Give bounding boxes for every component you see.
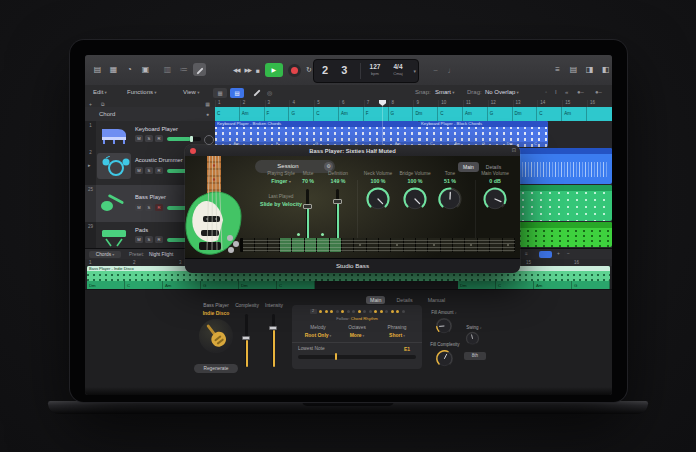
pattern-dot[interactable] [358, 310, 361, 313]
smart-controls-icon[interactable]: ▥ [161, 63, 174, 76]
chords-menu[interactable]: Chords [89, 251, 121, 258]
mute-button[interactable]: M [135, 236, 143, 243]
mixer-icon[interactable]: ≔ [177, 63, 190, 76]
solo-button[interactable]: S [145, 135, 153, 142]
marquee-tool-icon[interactable]: I [555, 89, 557, 95]
pattern-badge[interactable]: 2 [310, 309, 317, 314]
quick-help-icon[interactable]: ◔ [123, 63, 136, 76]
mute-thumb[interactable] [303, 204, 312, 209]
rate-button[interactable]: 8th [464, 352, 486, 360]
regenerate-button[interactable]: Regenerate [194, 364, 238, 373]
snap-value-dropdown[interactable]: Smart [435, 89, 455, 95]
chord-global-track[interactable]: Chord ● [85, 107, 215, 122]
chord-cell[interactable]: Am [240, 107, 265, 121]
solo-button[interactable]: S [145, 167, 153, 174]
chord-cell[interactable]: G [289, 107, 314, 121]
chord-cell[interactable]: G [572, 281, 610, 289]
chord-cell[interactable]: Am [463, 107, 488, 121]
main-volume-knob[interactable] [482, 186, 508, 212]
editor-chord-lane-right[interactable]: DmCAmG [458, 281, 610, 289]
crosshair-tool-icon[interactable]: ◎ [267, 89, 272, 96]
chord-track-lane[interactable]: CAmFGCAmFGDmCAmGDmCAm [215, 107, 612, 121]
record-enable-button[interactable]: R [155, 236, 163, 243]
drag-value-dropdown[interactable]: No Overlap [485, 89, 519, 95]
pattern-dot[interactable] [325, 310, 328, 313]
forward-button[interactable]: ▶▶ [244, 67, 250, 73]
chord-cell[interactable]: G [201, 281, 239, 289]
view-menu[interactable]: View [183, 89, 199, 95]
catch-playhead-icon[interactable]: ◦ [545, 89, 547, 95]
tone-knob[interactable] [437, 186, 463, 212]
lcd-display[interactable]: 2 3 127bpm 4/4Cmaj ▾ [313, 59, 419, 83]
melody-value[interactable]: Root Only [296, 332, 340, 338]
rewind-button[interactable]: ◀◀ [233, 67, 239, 73]
zoom-in-icon[interactable]: + [557, 251, 560, 256]
note-pads-icon[interactable]: ▤ [567, 63, 580, 76]
follow-row[interactable]: Follow: Chord Rhythm [292, 316, 422, 321]
stop-button[interactable]: ■ [256, 67, 260, 74]
library-icon[interactable]: ▤ [91, 63, 104, 76]
list-editors-icon[interactable]: ≡ [551, 63, 564, 76]
grid-view-button[interactable]: ▦ [213, 88, 227, 98]
chord-cell[interactable]: Dm [87, 281, 125, 289]
intensity-thumb[interactable] [269, 326, 277, 330]
preset-value[interactable]: Night Flight [149, 252, 173, 257]
solo-button[interactable]: S [145, 236, 153, 243]
chord-cell[interactable]: G [488, 107, 513, 121]
track-name[interactable]: Keyboard Player [135, 126, 178, 132]
toolbar-icon[interactable]: ▣ [139, 63, 152, 76]
functions-menu[interactable]: Functions [127, 89, 157, 95]
pattern-dot[interactable] [336, 310, 339, 313]
chord-cell[interactable]: C [496, 281, 534, 289]
definition-thumb[interactable] [333, 199, 342, 204]
chord-cell[interactable]: C [277, 281, 315, 289]
fill-amount-knob[interactable] [435, 317, 453, 335]
zoom-out-icon[interactable]: « [565, 89, 568, 95]
player-style[interactable]: Indie Disco [186, 310, 246, 316]
link-icon[interactable]: ⊡ [512, 147, 516, 153]
chord-cell[interactable]: C [125, 281, 163, 289]
studio-bass-plugin-window[interactable]: Bass Player: Sixties Half Muted ⊡ [185, 145, 520, 272]
pattern-dot[interactable] [347, 310, 350, 313]
track-name[interactable]: Bass Player [135, 194, 166, 200]
pattern-dot[interactable] [391, 310, 394, 313]
edit-menu[interactable]: Edit [93, 89, 107, 95]
pattern-dot[interactable] [385, 310, 388, 313]
region-keyboard-broken-chords[interactable]: Keyboard Player - Broken Chords AmFGCAm [215, 121, 419, 147]
lowest-note-value[interactable]: E1 [404, 346, 410, 352]
chord-cell[interactable]: F [265, 107, 290, 121]
track-name[interactable]: Pads [135, 227, 148, 233]
chord-cell[interactable]: Am [534, 281, 572, 289]
apple-loops-icon[interactable]: ◨ [583, 63, 596, 76]
bridge-volume-knob[interactable] [402, 186, 428, 212]
octaves-value[interactable]: More [335, 332, 379, 338]
phrasing-dropdown[interactable]: Phrasing Short [375, 325, 419, 338]
play-button[interactable]: ▶ [265, 63, 283, 77]
mute-button[interactable]: M [135, 204, 143, 211]
editor-tab[interactable]: Manual [424, 296, 449, 304]
chord-track-power-icon[interactable]: ● [206, 111, 209, 117]
editor-tab[interactable]: Details [392, 296, 416, 304]
mute-button[interactable]: M [135, 167, 143, 174]
pattern-dot[interactable] [319, 310, 322, 313]
v-zoom-slider[interactable]: ●– [595, 89, 602, 95]
pattern-dot[interactable] [330, 310, 333, 313]
pattern-dot[interactable] [352, 310, 355, 313]
pattern-dot[interactable] [374, 310, 377, 313]
pattern-dot[interactable] [396, 310, 399, 313]
pencil-tool-icon[interactable] [253, 89, 260, 96]
h-zoom-slider[interactable]: ●– [577, 89, 584, 95]
chord-cell[interactable]: C [215, 107, 240, 121]
piano-roll-view-button[interactable]: ▤ [230, 88, 244, 98]
region-keyboard-block-chords[interactable]: Keyboard Player - Block Chords CAmGDmC [419, 121, 548, 147]
catch-playhead-button[interactable] [539, 251, 552, 258]
chord-cell[interactable]: C [537, 107, 562, 121]
follow-value[interactable]: Chord Rhythm [351, 316, 378, 321]
swing-knob[interactable] [465, 331, 480, 346]
metronome-icon[interactable]: ♩ [445, 64, 458, 77]
chord-cell[interactable]: Am [339, 107, 364, 121]
chord-cell[interactable]: Dm [413, 107, 438, 121]
cycle-button[interactable]: ↻ [306, 66, 312, 74]
fretboard-display[interactable] [240, 238, 515, 252]
neck-volume-knob[interactable] [365, 186, 391, 212]
